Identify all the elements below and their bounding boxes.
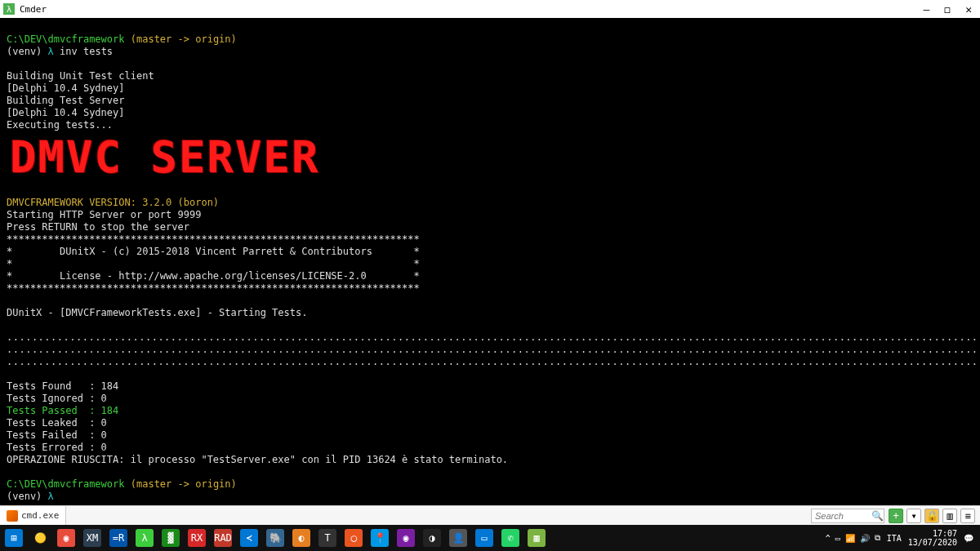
- postgres-icon[interactable]: 🐘: [266, 529, 284, 547]
- build-line: [Delphi 10.4 Sydney]: [7, 82, 125, 94]
- typed-command: inv tests: [60, 46, 113, 57]
- dunit-copyright: * DUnitX - (c) 2015-2018 Vincent Parrett…: [7, 246, 420, 257]
- tests-errored: Tests Errored : 0: [7, 442, 107, 453]
- tests-passed: Tests Passed : 184: [7, 405, 118, 416]
- divider-line: * *: [7, 258, 420, 269]
- cmd-icon: [7, 510, 18, 522]
- clock-date: 13/07/2020: [908, 538, 957, 547]
- tests-ignored: Tests Ignored : 0: [7, 393, 107, 404]
- close-button[interactable]: ✕: [965, 3, 972, 16]
- app-icon[interactable]: 👤: [449, 529, 467, 547]
- typora-icon[interactable]: T: [318, 529, 336, 547]
- clock-time: 17:07: [933, 529, 957, 538]
- window-title: Cmder: [20, 4, 924, 15]
- dropdown-button[interactable]: ▾: [906, 509, 921, 523]
- prompt-venv: (venv): [7, 491, 42, 502]
- app-icon[interactable]: ◉: [57, 529, 75, 547]
- window-titlebar: λ Cmder — ◻ ✕: [0, 0, 980, 18]
- minimize-button[interactable]: —: [924, 3, 930, 16]
- system-tray[interactable]: ^ ▭ 📶 🔊 ⧉: [826, 533, 880, 543]
- app-icon[interactable]: ◐: [292, 529, 310, 547]
- prompt-branch: (master -> origin): [131, 33, 237, 45]
- search-box: 🔍: [811, 509, 884, 523]
- prompt-path: C:\DEV\dmvcframework: [7, 33, 125, 45]
- vscode-icon[interactable]: ≺: [240, 529, 258, 547]
- volume-icon[interactable]: 🔊: [860, 534, 870, 543]
- server-line: Press RETURN to stop the server: [7, 221, 189, 233]
- starting-tests-line: DUnitX - [DMVCFrameworkTests.exe] - Star…: [7, 307, 307, 318]
- prompt-lambda: λ: [48, 491, 54, 502]
- build-line: [Delphi 10.4 Sydney]: [7, 107, 125, 118]
- build-line: Building Test Server: [7, 95, 125, 106]
- operation-result: OPERAZIONE RIUSCITA: il processo "TestSe…: [7, 454, 508, 465]
- app-icon[interactable]: ▭: [475, 529, 493, 547]
- console-tab[interactable]: cmd.exe: [0, 506, 66, 525]
- prompt-lambda: λ: [48, 46, 54, 57]
- app-icon[interactable]: =R: [109, 529, 127, 547]
- tab-label: cmd.exe: [21, 510, 59, 521]
- rx-icon[interactable]: RX: [188, 529, 206, 547]
- whatsapp-icon[interactable]: ✆: [501, 529, 519, 547]
- windows-taskbar: ⊞ 🟡 ◉ XM =R λ ▓ RX RAD ≺ 🐘 ◐ T ◯ 📍 ◉ ◑ 👤…: [0, 525, 980, 551]
- tests-failed: Tests Failed : 0: [7, 429, 107, 441]
- ubuntu-icon[interactable]: ◯: [345, 529, 363, 547]
- cmder-statusbar: cmd.exe 🔍 + ▾ 🔒 ▥ ≡: [0, 505, 980, 525]
- wifi-icon[interactable]: 📶: [845, 534, 855, 543]
- clock[interactable]: 17:07 13/07/2020: [908, 529, 957, 547]
- app-icon[interactable]: ◑: [423, 529, 441, 547]
- chrome-icon[interactable]: 🟡: [31, 529, 49, 547]
- tray-chevron-icon[interactable]: ^: [826, 534, 831, 543]
- prompt-venv: (venv): [7, 46, 42, 57]
- cmder-icon[interactable]: λ: [136, 529, 154, 547]
- app-icon[interactable]: ◉: [397, 529, 415, 547]
- new-tab-button[interactable]: +: [889, 509, 903, 523]
- dropbox-icon[interactable]: ⧉: [875, 533, 880, 543]
- version-line: DMVCFRAMEWORK VERSION: 3.2.0 (boron): [7, 197, 219, 208]
- tests-leaked: Tests Leaked : 0: [7, 417, 107, 429]
- tests-found: Tests Found : 184: [7, 380, 118, 392]
- app-icon: λ: [3, 3, 15, 15]
- maximize-button[interactable]: ◻: [944, 3, 951, 16]
- license-line: * License - http://www.apache.org/licens…: [7, 270, 420, 282]
- build-line: Building Unit Test client: [7, 70, 154, 82]
- battery-icon[interactable]: ▭: [835, 534, 840, 543]
- notifications-icon[interactable]: 💬: [964, 534, 973, 543]
- language-indicator[interactable]: ITA: [887, 534, 902, 543]
- progress-dots: ........................................…: [7, 331, 980, 343]
- ascii-banner: DMVC SERVER: [7, 131, 973, 184]
- terminal-output[interactable]: C:\DEV\dmvcframework (master -> origin) …: [0, 18, 980, 505]
- app-icon[interactable]: ▦: [528, 529, 546, 547]
- menu-button[interactable]: ≡: [960, 509, 975, 523]
- search-input[interactable]: [811, 509, 884, 523]
- divider-line: ****************************************…: [7, 233, 420, 245]
- prompt-branch: (master -> origin): [131, 478, 237, 490]
- rad-icon[interactable]: RAD: [214, 529, 232, 547]
- lock-button[interactable]: 🔒: [924, 509, 939, 523]
- prompt-path: C:\DEV\dmvcframework: [7, 478, 125, 490]
- progress-dots: ........................................…: [7, 356, 980, 367]
- layout-button[interactable]: ▥: [942, 509, 957, 523]
- divider-line: ****************************************…: [7, 282, 420, 294]
- progress-dots: ........................................…: [7, 344, 980, 355]
- app-icon[interactable]: 📍: [371, 529, 389, 547]
- start-button[interactable]: ⊞: [5, 529, 23, 547]
- build-line: Executing tests...: [7, 119, 113, 131]
- app-icon[interactable]: XM: [83, 529, 101, 547]
- app-icon[interactable]: ▓: [162, 529, 180, 547]
- server-line: Starting HTTP Server or port 9999: [7, 209, 201, 220]
